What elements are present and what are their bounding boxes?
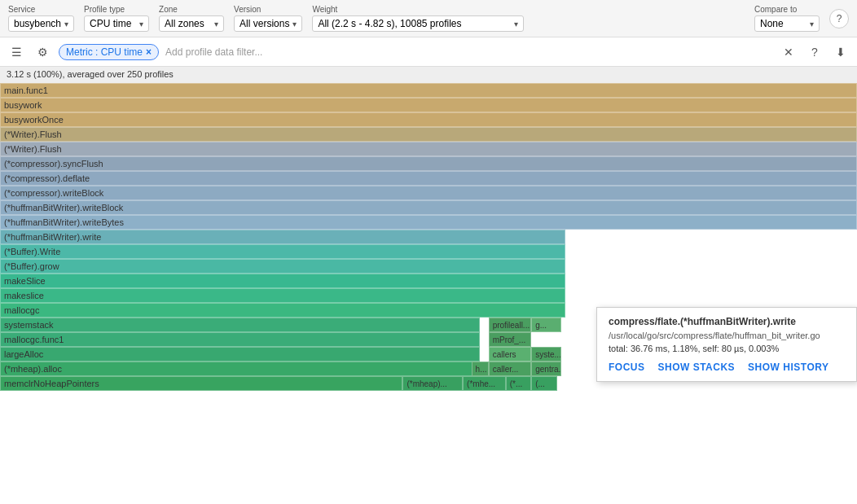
filter-bar: ☰ ⚙ Metric : CPU time × Add profile data… xyxy=(0,37,857,67)
help-icon: ? xyxy=(811,46,818,59)
tooltip-stats: total: 36.76 ms, 1.18%, self: 80 µs, 0.0… xyxy=(609,344,845,353)
compare-to-arrow-icon: ▾ xyxy=(810,20,814,28)
flame-block[interactable]: mallocgc xyxy=(0,303,565,318)
flame-block[interactable]: (*compressor).deflate xyxy=(0,171,857,186)
metric-chip-close-button[interactable]: × xyxy=(146,46,152,58)
close-icon: ✕ xyxy=(784,46,793,59)
flame-row: (*Buffer).Write xyxy=(0,244,857,259)
flame-row: (*compressor).writeBlock xyxy=(0,186,857,200)
flame-row: busywork xyxy=(0,98,857,112)
flame-row: makeSlice xyxy=(0,274,857,288)
flame-row: (*Writer).Flush xyxy=(0,127,857,142)
flame-block[interactable]: makeslice xyxy=(0,288,565,303)
flame-row: (*huffmanBitWriter).writeBytes xyxy=(0,215,857,230)
flame-row: (*compressor).syncFlush xyxy=(0,156,857,171)
compare-to-dropdown-group: Compare to None ▾ xyxy=(754,5,820,32)
filter-bar-right: ✕ ? ⬇ xyxy=(779,42,850,62)
service-value: busybench xyxy=(14,18,61,29)
flame-block[interactable]: (*huffmanBitWriter).write xyxy=(0,230,565,244)
service-dropdown[interactable]: busybench ▾ xyxy=(8,15,74,32)
flame-block[interactable]: (*compressor).writeBlock xyxy=(0,186,857,200)
flame-block[interactable]: mallocgc.func1 xyxy=(0,332,480,347)
top-toolbar: Service busybench ▾ Profile type CPU tim… xyxy=(0,0,857,37)
filter-help-button[interactable]: ? xyxy=(805,42,824,62)
profile-type-dropdown[interactable]: CPU time ▾ xyxy=(84,15,149,32)
flame-block-small[interactable]: (*mheap)... xyxy=(402,376,463,391)
flame-block-small[interactable]: syste... xyxy=(531,347,561,362)
flame-block-small[interactable]: profileall... xyxy=(489,318,532,332)
flame-block-small[interactable]: callers xyxy=(489,347,532,362)
flame-block[interactable]: (*huffmanBitWriter).writeBlock xyxy=(0,200,857,215)
filter-close-button[interactable]: ✕ xyxy=(779,42,798,62)
profile-type-arrow-icon: ▾ xyxy=(139,20,143,28)
zone-value: All zones xyxy=(165,18,204,29)
flame-block[interactable]: busywork xyxy=(0,98,857,112)
flame-block[interactable]: memclrNoHeapPointers xyxy=(0,376,402,391)
flame-row: (*Writer).Flush xyxy=(0,142,857,156)
flame-row: busyworkOnce xyxy=(0,112,857,127)
flame-block[interactable]: makeSlice xyxy=(0,274,565,288)
profile-type-label: Profile type xyxy=(84,5,149,14)
focus-button[interactable]: FOCUS xyxy=(609,362,645,373)
flame-block-small[interactable]: caller... xyxy=(489,362,532,376)
flame-block-small[interactable]: h... xyxy=(472,362,489,376)
service-label: Service xyxy=(8,5,74,14)
flame-row: main.func1 xyxy=(0,83,857,98)
flame-block[interactable]: largeAlloc xyxy=(0,347,480,362)
flame-block[interactable]: (*Buffer).grow xyxy=(0,259,565,274)
version-dropdown[interactable]: All versions ▾ xyxy=(234,15,302,32)
tooltip-actions: FOCUS SHOW STACKS SHOW HISTORY xyxy=(609,362,845,373)
flame-block[interactable]: (*Buffer).Write xyxy=(0,244,565,259)
download-button[interactable]: ⬇ xyxy=(831,42,850,62)
filter-placeholder[interactable]: Add profile data filter... xyxy=(165,46,262,58)
weight-dropdown[interactable]: All (2.2 s - 4.82 s), 10085 profiles ▾ xyxy=(312,15,524,32)
profile-type-value: CPU time xyxy=(90,18,131,29)
tooltip-title: compress/flate.(*huffmanBitWriter).write xyxy=(609,316,845,327)
version-arrow-icon: ▾ xyxy=(292,20,297,28)
zone-dropdown[interactable]: All zones ▾ xyxy=(159,15,224,32)
metric-chip[interactable]: Metric : CPU time × xyxy=(59,44,159,60)
compare-to-label: Compare to xyxy=(754,5,820,14)
flame-block[interactable]: (*Writer).Flush xyxy=(0,127,857,142)
weight-dropdown-group: Weight All (2.2 s - 4.82 s), 10085 profi… xyxy=(312,5,524,32)
compare-to-dropdown[interactable]: None ▾ xyxy=(754,15,820,32)
flame-block[interactable]: systemstack xyxy=(0,318,480,332)
flame-block-small[interactable]: (*... xyxy=(506,376,532,391)
download-icon: ⬇ xyxy=(836,46,846,59)
weight-arrow-icon: ▾ xyxy=(514,20,518,28)
version-value: All versions xyxy=(240,18,289,29)
flame-block[interactable]: (*compressor).syncFlush xyxy=(0,156,857,171)
compare-to-value: None xyxy=(760,18,784,29)
flame-block-small[interactable]: gentra... xyxy=(531,362,561,376)
flame-row: (*huffmanBitWriter).writeBlock xyxy=(0,200,857,215)
summary-bar: 3.12 s (100%), averaged over 250 profile… xyxy=(0,67,857,83)
flame-row: (*compressor).deflate xyxy=(0,171,857,186)
flame-block[interactable]: busyworkOnce xyxy=(0,112,857,127)
profile-type-dropdown-group: Profile type CPU time ▾ xyxy=(84,5,149,32)
flame-row: (*Buffer).grow xyxy=(0,259,857,274)
service-dropdown-group: Service busybench ▾ xyxy=(8,5,74,32)
flamegraph-container: 3.12 s (100%), averaged over 250 profile… xyxy=(0,67,857,504)
flame-block[interactable]: (*mheap).alloc xyxy=(0,362,480,376)
flame-row: makeslice xyxy=(0,288,857,303)
zone-arrow-icon: ▾ xyxy=(214,20,218,28)
weight-label: Weight xyxy=(312,5,524,14)
version-label: Version xyxy=(234,5,302,14)
flame-block-small[interactable]: (... xyxy=(531,376,557,391)
flame-block[interactable]: (*huffmanBitWriter).writeBytes xyxy=(0,215,857,230)
list-view-button[interactable]: ☰ xyxy=(7,42,26,62)
flame-block[interactable]: (*Writer).Flush xyxy=(0,142,857,156)
list-icon: ☰ xyxy=(11,46,22,59)
show-history-button[interactable]: SHOW HISTORY xyxy=(748,362,828,373)
zone-label: Zone xyxy=(159,5,224,14)
flame-block-small[interactable]: (*mhe... xyxy=(463,376,506,391)
filter-settings-button[interactable]: ⚙ xyxy=(33,42,52,62)
zone-dropdown-group: Zone All zones ▾ xyxy=(159,5,224,32)
weight-value: All (2.2 s - 4.82 s), 10085 profiles xyxy=(318,18,461,29)
toolbar-help-button[interactable]: ? xyxy=(829,9,849,28)
show-stacks-button[interactable]: SHOW STACKS xyxy=(658,362,736,373)
flame-block-small[interactable]: g... xyxy=(531,318,561,332)
service-arrow-icon: ▾ xyxy=(64,20,68,28)
flame-block[interactable]: main.func1 xyxy=(0,83,857,98)
flame-block-small[interactable]: mProf_... xyxy=(489,332,532,347)
